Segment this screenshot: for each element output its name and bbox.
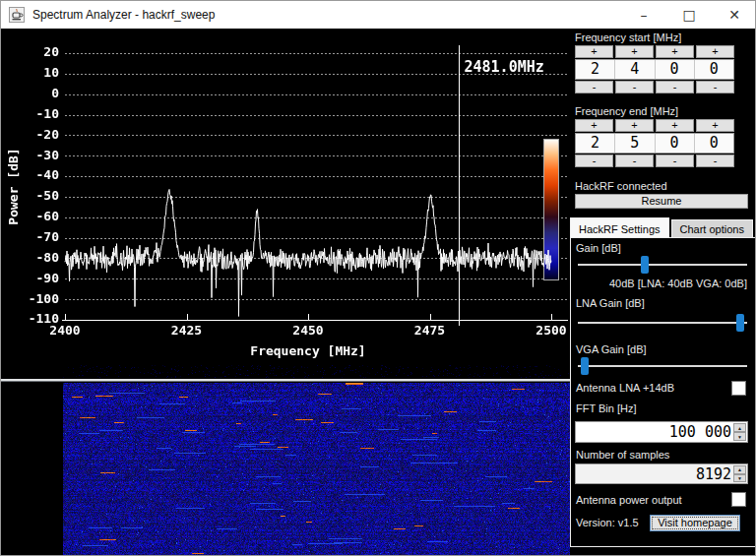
close-button[interactable]: ✕ — [712, 1, 756, 29]
vga-gain-label: VGA Gain [dB] — [576, 343, 647, 355]
fft-bin-up-icon[interactable]: ▲ — [733, 423, 746, 432]
fft-bin-stepper: ▲ ▼ — [733, 423, 746, 441]
hackrf-settings-panel: Gain [dB] 40dB [LNA: 40dB VGA: 0dB] LNA … — [570, 237, 756, 547]
frequency-start-decrement-button[interactable]: - — [696, 81, 734, 93]
frequency-start-spinner: ++++2400---- — [575, 45, 734, 94]
gain-value-text: 40dB [LNA: 40dB VGA: 0dB] — [609, 278, 747, 289]
minimize-button[interactable]: – — [621, 1, 666, 29]
tab-chart-options[interactable]: Chart options — [671, 219, 753, 238]
frequency-start-digit: 0 — [694, 60, 733, 79]
gain-slider-thumb[interactable] — [641, 256, 649, 274]
frequency-end-decrement-button[interactable]: - — [615, 154, 654, 167]
frequency-start-increment-button[interactable]: + — [575, 45, 613, 58]
tab-hackrf-settings[interactable]: HackRF Settings — [570, 217, 669, 238]
antenna-power-label: Antenna power output — [576, 494, 682, 506]
samples-field[interactable]: 8192 ▲ ▼ — [575, 463, 748, 484]
spectrum-analyzer-window: Spectrum Analyzer - hackrf_sweep – □ ✕ F… — [0, 0, 756, 556]
frequency-start-digit: 0 — [655, 60, 694, 79]
fft-bin-down-icon[interactable]: ▼ — [733, 432, 746, 441]
frequency-end-increment-button[interactable]: + — [615, 119, 654, 132]
resume-button[interactable]: Resume — [575, 194, 748, 209]
samples-up-icon[interactable]: ▲ — [733, 465, 746, 474]
frequency-end-digit: 0 — [694, 134, 733, 153]
gain-slider-track[interactable] — [578, 264, 747, 266]
gain-slider[interactable] — [578, 256, 747, 274]
connection-status-text: HackRF connected — [575, 180, 667, 192]
vga-slider-thumb[interactable] — [581, 357, 589, 375]
spectrum-chart[interactable] — [1, 29, 570, 365]
lna-gain-label: LNA Gain [dB] — [576, 297, 645, 309]
frequency-end-spinner: ++++2500---- — [575, 119, 734, 168]
settings-tabs: HackRF SettingsChart options — [570, 216, 755, 238]
titlebar: Spectrum Analyzer - hackrf_sweep – □ ✕ — [1, 1, 756, 29]
window-controls: – □ ✕ — [621, 1, 756, 29]
antenna-power-checkbox[interactable] — [731, 492, 746, 507]
visit-homepage-button[interactable]: Visit homepage — [650, 515, 740, 531]
frequency-start-label: Frequency start [MHz] — [575, 31, 681, 43]
fft-bin-value: 100 000 — [669, 422, 731, 442]
version-label: Version: v1.5 — [576, 517, 639, 528]
frequency-end-digit: 5 — [614, 134, 654, 153]
frequency-end-increment-button[interactable]: + — [575, 119, 613, 132]
lna-slider-track[interactable] — [578, 322, 747, 324]
frequency-end-increment-button[interactable]: + — [696, 119, 734, 132]
frequency-end-digit: 0 — [655, 134, 694, 153]
antenna-lna-label: Antenna LNA +14dB — [576, 382, 674, 394]
vga-gain-slider[interactable] — [578, 357, 747, 375]
frequency-start-decrement-button[interactable]: - — [656, 81, 694, 93]
lna-gain-slider[interactable] — [578, 314, 747, 332]
frequency-end-decrement-button[interactable]: - — [696, 154, 734, 167]
frequency-start-decrement-button[interactable]: - — [615, 81, 654, 93]
samples-stepper: ▲ ▼ — [733, 465, 746, 482]
frequency-end-label: Frequency end [MHz] — [575, 105, 678, 117]
maximize-button[interactable]: □ — [666, 1, 712, 29]
frequency-end-digit: 2 — [576, 134, 614, 153]
frequency-end-increment-button[interactable]: + — [656, 119, 694, 132]
samples-value: 8192 — [696, 464, 731, 483]
gain-label: Gain [dB] — [576, 242, 621, 254]
antenna-lna-checkbox[interactable] — [731, 381, 746, 396]
frequency-end-decrement-button[interactable]: - — [656, 154, 694, 167]
window-title: Spectrum Analyzer - hackrf_sweep — [32, 1, 215, 29]
frequency-start-decrement-button[interactable]: - — [575, 81, 613, 93]
frequency-start-increment-button[interactable]: + — [696, 45, 734, 58]
frequency-start-increment-button[interactable]: + — [656, 45, 694, 58]
lna-slider-thumb[interactable] — [736, 314, 744, 332]
java-app-icon — [9, 7, 25, 23]
fft-bin-label: FFT Bin [Hz] — [576, 402, 637, 414]
frequency-start-increment-button[interactable]: + — [615, 45, 654, 58]
vga-slider-track[interactable] — [578, 365, 747, 367]
waterfall-display — [1, 365, 570, 556]
frequency-start-digit: 2 — [576, 60, 614, 79]
samples-label: Number of samples — [576, 449, 669, 461]
frequency-end-decrement-button[interactable]: - — [575, 154, 613, 167]
fft-bin-field[interactable]: 100 000 ▲ ▼ — [575, 421, 748, 443]
samples-down-icon[interactable]: ▼ — [733, 474, 746, 483]
frequency-start-digit: 4 — [614, 60, 654, 79]
